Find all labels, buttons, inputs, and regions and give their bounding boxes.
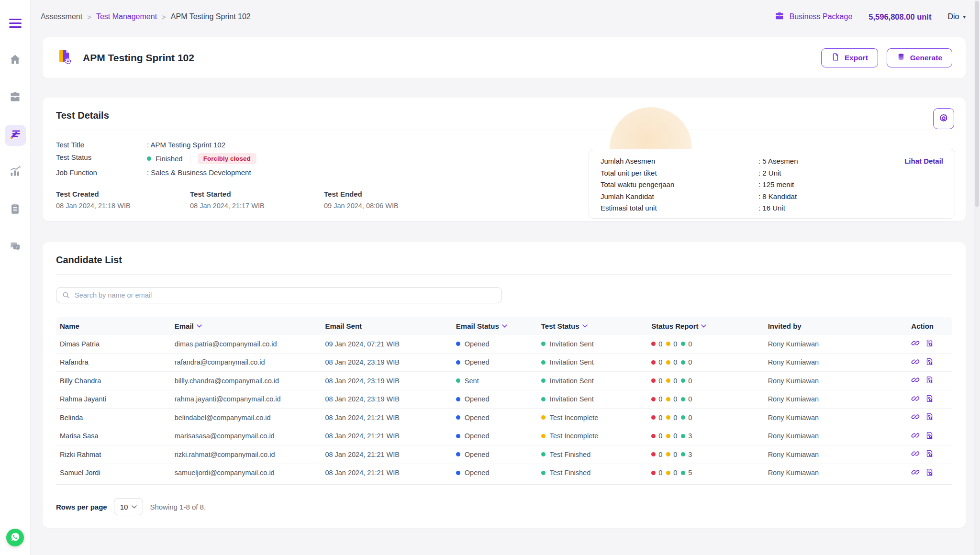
sidebar-item-analytics[interactable]	[5, 162, 26, 183]
view-report-button[interactable]	[925, 449, 934, 459]
test-settings-button[interactable]	[933, 108, 954, 129]
sidebar-nav: ?	[5, 50, 26, 258]
action-cell	[907, 353, 952, 372]
page-size-value: 10	[120, 503, 128, 511]
database-icon	[897, 53, 905, 63]
col-status-report[interactable]: Status Report	[647, 317, 764, 335]
package-indicator[interactable]: Business Package	[774, 11, 853, 23]
report-green-dot	[681, 397, 685, 401]
email-status-cell: Opened	[452, 427, 537, 445]
app-root: ? Assessment > Test Management > APM Tes…	[0, 0, 980, 555]
sidebar-item-help[interactable]: ?	[5, 237, 26, 258]
summary-label: Jumlah Kandidat	[601, 192, 758, 200]
summary-label: Estimasi total unit	[601, 204, 758, 212]
test-status-cell: Invitation Sent	[537, 372, 647, 390]
copy-link-button[interactable]	[911, 357, 920, 367]
view-report-button[interactable]	[925, 412, 934, 422]
test-status-text: Finished	[156, 155, 183, 163]
export-button[interactable]: Export	[821, 48, 878, 67]
status-report-cell: 005	[647, 464, 764, 482]
report-preview-icon	[925, 468, 934, 477]
page-size-select[interactable]: 10	[114, 498, 144, 515]
candidate-list-heading: Candidate List	[56, 255, 952, 266]
page-header-left: APM Testing Sprint 102	[56, 48, 194, 67]
view-report-button[interactable]	[925, 394, 934, 404]
breadcrumb-root[interactable]: Assessment	[41, 12, 82, 21]
summary-value: : 8 Kandidat	[758, 192, 797, 200]
copy-link-button[interactable]	[911, 412, 920, 422]
lihat-detail-link[interactable]: Lihat Detail	[904, 157, 943, 165]
search-input[interactable]	[56, 287, 502, 303]
sidebar-item-test-management[interactable]	[5, 125, 26, 146]
summary-value: : 5 Asesmen	[758, 157, 798, 165]
copy-link-button[interactable]	[911, 468, 920, 478]
sidebar-item-jobs[interactable]	[5, 88, 26, 109]
report-yellow-dot	[666, 342, 670, 346]
col-test-status[interactable]: Test Status	[537, 317, 647, 335]
copy-link-button[interactable]	[911, 449, 920, 459]
invited-by-cell: Rony Kurniawan	[764, 390, 908, 409]
hamburger-menu-icon[interactable]	[9, 16, 22, 30]
action-cell	[907, 390, 952, 409]
pagination-footer: Rows per page 10 Showing 1-8 of 8.	[56, 498, 952, 515]
test-status-cell: Test Incomplete	[537, 427, 647, 445]
sidebar-item-reports[interactable]	[5, 200, 26, 221]
email-sent-time: 08 Jan 2024, 23:19 WIB	[321, 372, 452, 390]
report-red-dot	[651, 471, 656, 475]
user-menu[interactable]: Dio ▾	[947, 12, 966, 21]
candidate-search	[56, 287, 502, 303]
email-status-dot	[456, 434, 460, 438]
topbar-right: Business Package 5,596,808.00 unit Dio ▾	[774, 11, 966, 23]
copy-link-button[interactable]	[911, 376, 920, 386]
action-cell	[907, 445, 952, 464]
summary-label: Total unit per tiket	[601, 169, 758, 177]
invited-by-cell: Rony Kurniawan	[764, 464, 908, 482]
generate-button[interactable]: Generate	[887, 48, 952, 67]
email-status-dot	[456, 378, 460, 383]
report-green-dot	[681, 342, 685, 346]
ts-value: 08 Jan 2024, 21:17 WIB	[190, 202, 324, 210]
sidebar-item-home[interactable]	[5, 50, 26, 71]
email-sent-time: 08 Jan 2024, 21:21 WIB	[321, 445, 452, 464]
report-green-dot	[681, 415, 685, 420]
report-green-dot	[681, 452, 685, 456]
window-scrollbar[interactable]	[974, 0, 980, 555]
breadcrumb-separator: >	[162, 13, 166, 21]
col-action: Action	[907, 317, 952, 335]
candidate-name: Rahma Jayanti	[56, 390, 171, 409]
copy-link-icon	[911, 412, 920, 421]
view-report-button[interactable]	[925, 468, 934, 478]
col-email-status[interactable]: Email Status	[452, 317, 537, 335]
summary-row: Jumlah Kandidat: 8 Kandidat	[601, 192, 943, 200]
view-report-button[interactable]	[925, 357, 934, 367]
field-value: Finished Forcibly closed	[147, 153, 256, 164]
view-report-button[interactable]	[925, 431, 934, 441]
test-status-cell: Test Finished	[537, 464, 647, 482]
test-status-cell: Test Finished	[537, 445, 647, 464]
breadcrumb-separator: >	[87, 13, 91, 21]
report-preview-icon	[925, 376, 934, 384]
email-status-dot	[456, 360, 460, 365]
summary-value: : 16 Unit	[758, 204, 785, 212]
status-report-cell: 003	[647, 427, 764, 445]
candidate-row: Rizki Rahmatrizki.rahmat@companymail.co.…	[56, 445, 952, 464]
header-actions: Export Generate	[821, 48, 952, 67]
page-header-card: APM Testing Sprint 102 Export Generate	[43, 37, 966, 78]
copy-link-button[interactable]	[911, 431, 920, 441]
email-status-cell: Opened	[452, 390, 537, 409]
report-red-dot	[651, 434, 656, 438]
col-email[interactable]: Email	[171, 317, 322, 335]
view-report-button[interactable]	[925, 339, 934, 349]
report-preview-icon	[925, 339, 934, 347]
copy-link-button[interactable]	[911, 394, 920, 404]
view-report-button[interactable]	[925, 376, 934, 386]
breadcrumb-section-link[interactable]: Test Management	[96, 12, 157, 21]
candidate-row: Rahma Jayantirahma.jayanti@companymail.c…	[56, 390, 952, 409]
candidate-row: Dimas Patriadimas.patria@companymail.co.…	[56, 335, 952, 353]
scrollbar-thumb[interactable]	[975, 1, 979, 207]
whatsapp-button[interactable]	[6, 529, 24, 546]
status-dot	[147, 156, 151, 161]
invited-by-cell: Rony Kurniawan	[764, 372, 908, 390]
copy-link-button[interactable]	[911, 339, 920, 349]
test-status-cell: Invitation Sent	[537, 335, 647, 353]
